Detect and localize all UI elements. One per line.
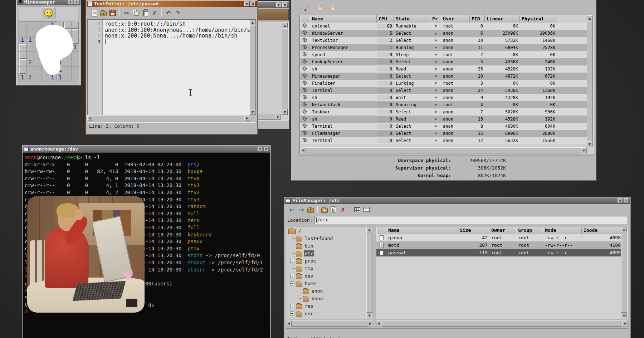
column-header-cpu[interactable]: CPU <box>377 15 394 23</box>
column-header-group[interactable]: Group <box>516 227 543 234</box>
tree-vscrollbar[interactable]: ▲▼ <box>366 227 372 318</box>
tree-item-nona[interactable]: nona <box>287 295 366 302</box>
open-file-button[interactable]: ▲ <box>99 8 108 18</box>
tree-item-dev[interactable]: +dev <box>287 272 366 280</box>
filemanager-titlebar[interactable]: FileManager: /etc ∨ × <box>284 197 630 204</box>
minimize-button[interactable]: ∨ <box>258 147 263 151</box>
editor-text-area[interactable]: root:x:0:0:root:/:/bin/shanon:x:100:100:… <box>103 20 250 115</box>
scroll-right-button[interactable]: ▶ <box>367 320 373 326</box>
process-row[interactable]: Terminal0Select●anon84680K604K <box>300 123 587 130</box>
process-row[interactable]: sh0Read●anon134328K192K <box>300 116 587 123</box>
column-header-size[interactable]: Size <box>458 227 489 234</box>
editor-vscrollbar[interactable]: ▲▼ <box>250 20 256 115</box>
column-header-owner[interactable]: Owner <box>489 227 516 234</box>
close-button[interactable]: × <box>250 1 255 6</box>
scroll-left-button[interactable]: ◀ <box>286 320 292 326</box>
process-row[interactable]: ProcessManager1Running●anon116804K2528K <box>300 44 587 51</box>
terminal-titlebar[interactable]: anon@courage:/dev ∨ × <box>23 146 270 153</box>
tree-item-[interactable]: / <box>287 227 366 235</box>
location-input[interactable]: /etc <box>314 216 627 224</box>
copy-button[interactable] <box>329 205 338 214</box>
tree-item-anon[interactable]: anon <box>287 287 366 295</box>
process-row[interactable]: TextEditor2Select●anon305732K1468K <box>300 37 587 44</box>
tree-item-res[interactable]: +res <box>287 302 366 310</box>
scroll-down-button[interactable]: ▼ <box>621 313 627 318</box>
scroll-left-button[interactable]: ◀ <box>87 115 93 121</box>
tree-item-etc[interactable]: etc <box>287 250 366 257</box>
new-folder-button[interactable]: + <box>320 205 329 214</box>
back-button[interactable]: ← <box>287 205 297 214</box>
column-header-pid[interactable]: PID <box>470 15 485 23</box>
new-file-button[interactable] <box>89 8 99 18</box>
hidden-window-vscrollbar[interactable]: ▲▼ <box>282 23 288 115</box>
process-row[interactable]: sh0Wait●anon94328K192K <box>300 94 587 101</box>
pause-process-button[interactable] <box>315 3 325 12</box>
process-row[interactable]: WindowServer5Select▲anon623096K19036K <box>300 30 587 37</box>
process-row[interactable]: FileManager0Select●anon156996K2680K <box>300 130 587 137</box>
column-header-linear[interactable]: Linear <box>485 15 520 23</box>
scrollbar-thumb[interactable] <box>621 232 627 313</box>
minimize-button[interactable]: ∨ <box>276 3 281 7</box>
board-cell[interactable]: 1 <box>19 74 26 82</box>
tree-item-bin[interactable]: bin <box>287 242 366 250</box>
tree-hscrollbar[interactable]: ◀▶ <box>286 320 373 327</box>
scrollbar-thumb[interactable] <box>366 232 372 313</box>
kill-process-button[interactable] <box>302 3 312 12</box>
process-row[interactable]: Taskbar0Select●anon75020K936K <box>300 108 587 116</box>
scroll-right-button[interactable]: ▶ <box>275 114 281 119</box>
copy-button[interactable] <box>131 8 141 18</box>
scroll-up-button[interactable]: ▲ <box>587 15 592 21</box>
scroll-up-button[interactable]: ▲ <box>250 20 255 25</box>
scroll-right-button[interactable]: ▶ <box>581 147 587 153</box>
scroll-down-button[interactable]: ▼ <box>282 109 288 115</box>
file-row-passwd[interactable]: passwd115rootroot-rw-r--r--4099 <box>376 249 621 256</box>
scroll-right-button[interactable]: ▶ <box>244 115 250 121</box>
minimize-button[interactable]: ∨ <box>244 1 249 6</box>
tree-expander[interactable]: + <box>290 304 294 308</box>
scrollbar-thumb[interactable] <box>93 115 244 121</box>
column-header-name[interactable]: Name <box>310 15 377 23</box>
scroll-left-button[interactable]: ◀ <box>300 147 306 153</box>
minesweeper-titlebar[interactable]: Minesweeper ∨ × <box>17 0 80 5</box>
file-row-group[interactable]: group42rootroot-rw-r--r--4098 <box>376 234 621 241</box>
close-button[interactable]: × <box>282 3 287 7</box>
process-row[interactable]: NetworkTask0Snoozing●root40K0K <box>300 101 587 108</box>
scroll-right-button[interactable]: ▶ <box>622 320 628 326</box>
process-row[interactable]: Minesweeper0Select●anon104872K672K <box>300 73 587 80</box>
tree-item-home[interactable]: −home <box>287 280 366 287</box>
file-list-vscrollbar[interactable]: ▲▼ <box>621 227 627 318</box>
close-button[interactable]: × <box>74 0 79 4</box>
paste-button[interactable] <box>141 8 150 18</box>
tree-expander[interactable]: + <box>290 259 294 263</box>
scrollbar-thumb[interactable] <box>258 114 275 120</box>
minimize-button[interactable]: ∨ <box>618 198 623 203</box>
column-header-mode[interactable]: Mode <box>543 227 582 234</box>
scroll-up-button[interactable]: ▲ <box>282 23 288 28</box>
process-row[interactable]: syncd0Sleep●root20K0K <box>300 51 587 58</box>
column-header-pr[interactable]: Pr <box>430 15 441 23</box>
scrollbar-thumb[interactable] <box>587 21 593 141</box>
scroll-down-button[interactable]: ▼ <box>366 313 372 318</box>
tree-item-lost+found[interactable]: lost+found <box>287 235 366 242</box>
process-row[interactable]: sh0Read●anon254328K192K <box>300 65 587 73</box>
delete-button[interactable]: ✗ <box>338 205 348 214</box>
board-cell[interactable] <box>19 44 26 52</box>
scroll-left-button[interactable]: ◀ <box>376 320 381 326</box>
scroll-down-button[interactable]: ▼ <box>587 141 592 147</box>
process-row[interactable]: colonel89Runnable▼root00K0K <box>300 23 587 30</box>
scrollbar-thumb[interactable] <box>381 320 622 327</box>
board-cell[interactable] <box>19 67 26 74</box>
column-header-icon[interactable] <box>300 15 310 23</box>
column-header-inode[interactable]: Inode <box>582 227 623 234</box>
process-row[interactable]: Terminal0Select●anon245436K1360K <box>300 87 587 94</box>
tree-item-proc[interactable]: +proc <box>287 257 366 265</box>
delete-button[interactable]: ✗ <box>150 8 159 18</box>
undo-button[interactable]: ↶ <box>164 8 173 18</box>
process-row[interactable]: LookupServer0Select●anon54336K240K <box>300 58 587 65</box>
resume-process-button[interactable] <box>328 3 337 12</box>
scroll-down-button[interactable]: ▼ <box>250 109 255 115</box>
scrollbar-thumb[interactable] <box>292 320 367 327</box>
board-cell[interactable] <box>19 21 26 29</box>
process-table-vscrollbar[interactable]: ▲▼ <box>587 15 593 147</box>
editor-hscrollbar[interactable]: ◀▶ <box>87 115 250 121</box>
